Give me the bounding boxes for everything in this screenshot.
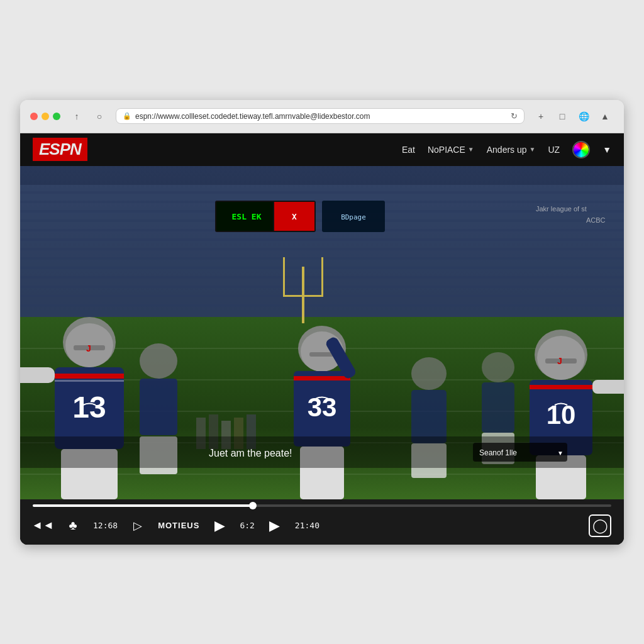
nav-item-uz[interactable]: UZ [548,145,560,155]
shuffle-button[interactable]: ♣ [63,516,83,536]
nav-more-caret[interactable]: ▼ [602,145,611,155]
svg-text:J: J [557,356,562,366]
color-wheel [574,142,589,157]
svg-rect-57 [530,385,592,389]
svg-rect-33 [283,257,285,296]
svg-text:X: X [292,212,297,221]
scene-svg: ESL EK X BDpage Jakr league of st ACBC [20,166,624,499]
svg-text:13: 13 [72,391,106,424]
chapter-label: MOTIEUS [158,521,199,530]
reload-button[interactable]: ○ [91,108,108,125]
browser-nav: ↑ ○ [68,108,108,125]
browser-window: ↑ ○ 🔒 espn://wwww.collleset.codedet.tiew… [20,100,624,545]
url-text: espn://wwww.collleset.codedet.tieway.tef… [135,112,507,121]
controls-row: ◄◄ ♣ 12:68 ▷ MOTIEUS ▶ 6:2 ▶ 21:40 ◯ [33,514,611,537]
svg-rect-41 [20,367,55,383]
next-button[interactable]: ▶ [265,516,285,536]
share-button[interactable]: □ [553,108,571,125]
instagram-icon: ◯ [592,518,608,534]
svg-point-66 [482,352,514,382]
espn-logo: ESPN [33,138,87,161]
espn-nav-items: Eat NoPIACE ▼ Anders up ▼ UZ ▼ [402,141,611,158]
svg-rect-58 [592,380,624,394]
svg-rect-67 [482,382,514,433]
progress-fill [33,504,253,507]
svg-text:Juet am the peate!: Juet am the peate! [209,448,292,458]
svg-rect-34 [321,257,323,296]
browser-titlebar: ↑ ○ 🔒 espn://wwww.collleset.codedet.tiew… [20,100,624,133]
svg-text:ESL EK: ESL EK [232,212,262,221]
svg-text:BDpage: BDpage [341,213,366,221]
nav-item-eat[interactable]: Eat [402,145,415,155]
time-display-1: 12:68 [93,521,118,530]
football-scene: ESL EK X BDpage Jakr league of st ACBC [20,166,624,499]
instagram-button[interactable]: ◯ [589,514,611,537]
svg-rect-49 [294,376,350,380]
minimize-button[interactable] [42,113,49,120]
svg-rect-64 [411,390,447,443]
svg-text:ACBC: ACBC [586,216,606,224]
extensions-button[interactable]: ▲ [596,108,614,125]
noplace-caret: ▼ [468,146,474,153]
rewind-button[interactable]: ◄◄ [33,516,53,536]
lock-icon: 🔒 [123,112,131,120]
svg-rect-32 [283,295,323,297]
svg-rect-40 [55,374,124,379]
progress-thumb [249,502,257,509]
reload-icon: ↻ [511,111,518,121]
color-wheel-icon[interactable] [572,141,590,158]
back-button[interactable]: ↑ [68,108,86,125]
video-controls: ◄◄ ♣ 12:68 ▷ MOTIEUS ▶ 6:2 ▶ 21:40 ◯ [20,499,624,545]
svg-point-63 [411,357,447,390]
svg-rect-15 [20,304,624,307]
play-button[interactable]: ▶ [209,516,230,536]
chapter-prev-button[interactable]: ▷ [128,516,148,536]
svg-text:Seanof 1lle: Seanof 1lle [479,448,517,457]
nav-item-anders-up[interactable]: Anders up ▼ [487,145,536,155]
nav-item-noplace[interactable]: NoPIACE ▼ [428,145,474,155]
svg-rect-43 [55,380,124,382]
svg-text:▼: ▼ [557,450,564,457]
add-tab-button[interactable]: + [532,108,550,125]
svg-text:10: 10 [547,400,576,430]
svg-text:Jakr league of st: Jakr league of st [536,205,587,213]
svg-rect-61 [140,379,177,435]
svg-point-60 [140,343,177,379]
score-display: 6:2 [240,521,254,530]
progress-bar[interactable] [33,504,611,507]
svg-text:J: J [86,343,91,353]
close-button[interactable] [30,113,38,120]
anders-up-caret: ▼ [530,146,536,153]
video-player[interactable]: ESL EK X BDpage Jakr league of st ACBC [20,166,624,545]
svg-rect-3 [20,191,624,194]
espn-nav: ESPN Eat NoPIACE ▼ Anders up ▼ UZ [20,133,624,166]
address-bar[interactable]: 🔒 espn://wwww.collleset.codedet.tieway.t… [116,108,525,124]
time-display-2: 21:40 [295,521,319,530]
browser-actions: + □ 🌐 ▲ [532,108,614,125]
maximize-button[interactable] [53,113,60,120]
svg-rect-9 [20,248,624,250]
svg-rect-8 [20,238,624,241]
traffic-lights [30,113,60,120]
espn-page: ESPN Eat NoPIACE ▼ Anders up ▼ UZ [20,133,624,545]
globe-button[interactable]: 🌐 [575,108,592,125]
